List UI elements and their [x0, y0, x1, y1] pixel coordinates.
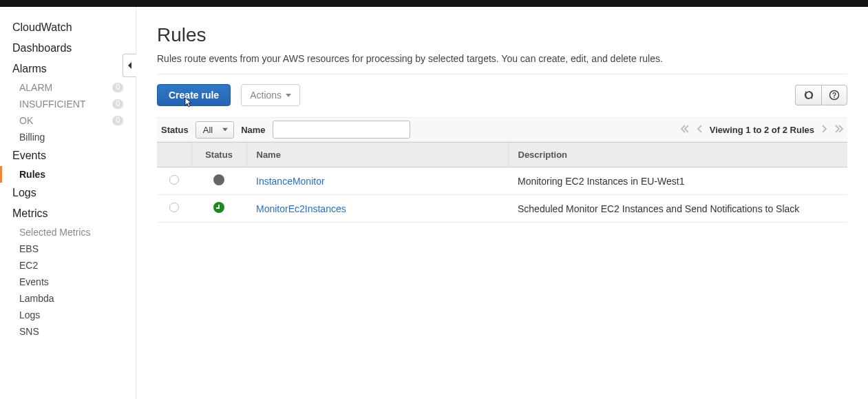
sidebar-sub-events[interactable]: Events [0, 274, 136, 290]
caret-down-icon [222, 128, 228, 132]
table-row[interactable]: MonitorEc2Instances Scheduled Monitor EC… [157, 195, 847, 223]
button-label: Actions [250, 90, 282, 101]
angle-double-left-icon [681, 125, 689, 133]
sidebar-sub-alarm[interactable]: ALARM0 [0, 79, 136, 96]
main-content: Rules Rules route events from your AWS r… [136, 7, 868, 399]
sidebar-sub-label: SNS [19, 326, 39, 337]
actions-button[interactable]: Actions [241, 84, 300, 106]
rule-description: Monitoring EC2 Instances in EU-West1 [508, 167, 847, 195]
top-nav-bar [0, 0, 868, 7]
status-filter-label: Status [161, 125, 189, 135]
sidebar-item-dashboards[interactable]: Dashboards [0, 38, 136, 59]
column-header-select [157, 143, 191, 167]
chevron-left-icon [127, 62, 133, 69]
refresh-icon [803, 90, 814, 101]
button-label: Create rule [169, 90, 219, 101]
pager-last-button[interactable] [835, 125, 843, 135]
pager-prev-button[interactable] [696, 125, 703, 135]
page-title: Rules [157, 24, 847, 46]
name-filter-label: Name [241, 125, 265, 135]
caret-down-icon [286, 94, 291, 97]
sidebar-sub-ec2[interactable]: EC2 [0, 257, 136, 274]
sidebar-item-events[interactable]: Events [0, 145, 136, 166]
sidebar-sub-selected-metrics[interactable]: Selected Metrics [0, 224, 136, 241]
sidebar-sub-label: Rules [19, 169, 45, 180]
sidebar-item-cloudwatch[interactable]: CloudWatch [0, 17, 136, 38]
sidebar-sub-label: EC2 [19, 260, 38, 271]
sidebar-sub-lambda[interactable]: Lambda [0, 290, 136, 307]
row-select-radio[interactable] [169, 203, 179, 212]
sidebar-item-alarms[interactable]: Alarms [0, 59, 136, 79]
rule-name-link[interactable]: MonitorEc2Instances [256, 203, 346, 214]
pager-text: Viewing 1 to 2 of 2 Rules [710, 125, 814, 135]
sidebar-sub-label: Lambda [19, 293, 54, 304]
sidebar-sub-sns[interactable]: SNS [0, 323, 136, 340]
count-badge: 0 [112, 116, 123, 125]
sidebar-sub-ok[interactable]: OK0 [0, 112, 136, 129]
sidebar-sub-billing[interactable]: Billing [0, 129, 136, 145]
sidebar-sub-label: Events [19, 276, 49, 287]
status-indicator-disabled [213, 174, 224, 185]
dropdown-value: All [203, 125, 213, 135]
pager-next-button[interactable] [821, 125, 828, 135]
table-row[interactable]: InstanceMonitor Monitoring EC2 Instances… [157, 167, 847, 195]
toolbar: Create rule Actions [157, 84, 847, 106]
svg-text:?: ? [832, 92, 836, 99]
count-badge: 0 [112, 83, 123, 92]
refresh-button[interactable] [795, 85, 821, 105]
filter-bar: Status All Name Viewing 1 to 2 of 2 Rule… [157, 117, 847, 142]
angle-right-icon [821, 125, 828, 133]
sidebar-item-metrics[interactable]: Metrics [0, 203, 136, 224]
sidebar-sub-ebs[interactable]: EBS [0, 241, 136, 257]
page-description: Rules route events from your AWS resourc… [157, 53, 847, 74]
help-icon: ? [829, 90, 840, 101]
rules-table: Status Name Description InstanceMonitor … [157, 142, 847, 223]
sidebar-sub-label: ALARM [19, 82, 52, 93]
sidebar-sub-label: Billing [19, 132, 45, 143]
column-header-name[interactable]: Name [246, 143, 508, 167]
create-rule-button[interactable]: Create rule [157, 84, 231, 106]
angle-left-icon [696, 125, 703, 133]
sidebar: CloudWatch Dashboards Alarms ALARM0 INSU… [0, 7, 136, 399]
column-header-status[interactable]: Status [191, 143, 246, 167]
sidebar-sub-label: Logs [19, 309, 40, 320]
row-select-radio[interactable] [169, 175, 179, 185]
status-filter-dropdown[interactable]: All [195, 121, 234, 139]
sidebar-sub-label: EBS [19, 243, 39, 254]
rule-name-link[interactable]: InstanceMonitor [256, 176, 325, 187]
sidebar-collapse-button[interactable] [123, 54, 136, 77]
sidebar-sub-label: Selected Metrics [19, 227, 90, 238]
sidebar-sub-label: INSUFFICIENT [19, 99, 85, 110]
sidebar-sub-label: OK [19, 115, 33, 126]
angle-double-right-icon [835, 125, 843, 133]
help-button[interactable]: ? [821, 85, 847, 105]
count-badge: 0 [112, 99, 123, 109]
sidebar-sub-logs[interactable]: Logs [0, 307, 136, 323]
pager-first-button[interactable] [681, 125, 689, 135]
sidebar-sub-insufficient[interactable]: INSUFFICIENT0 [0, 96, 136, 112]
sidebar-sub-rules[interactable]: Rules [0, 166, 136, 183]
status-indicator-scheduled [213, 202, 224, 213]
sidebar-item-logs[interactable]: Logs [0, 183, 136, 203]
column-header-description[interactable]: Description [508, 143, 847, 167]
rule-description: Scheduled Monitor EC2 Instances and Send… [508, 195, 847, 223]
name-filter-input[interactable] [273, 121, 410, 139]
